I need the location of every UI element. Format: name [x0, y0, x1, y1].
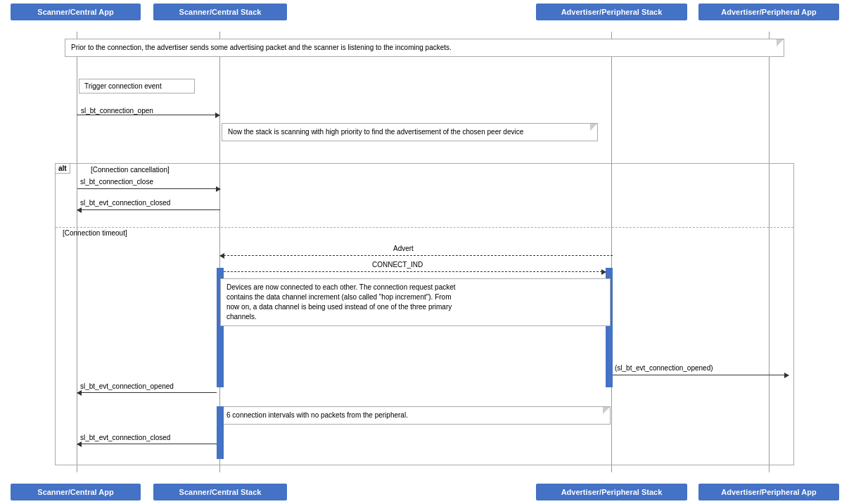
- actor-scanner-central-stack-top: Scanner/Central Stack: [153, 4, 287, 20]
- msg-sl-bt-connection-open: [77, 115, 219, 115]
- actor-scanner-central-app-bottom: Scanner/Central App: [11, 484, 141, 500]
- actor-advertiser-peripheral-stack-top: Advertiser/Peripheral Stack: [536, 4, 687, 20]
- label-connect-ind: CONNECT_IND: [372, 261, 423, 269]
- actor-scanner-central-app-top: Scanner/Central App: [11, 4, 141, 20]
- alt-condition-2: [Connection timeout]: [63, 229, 127, 237]
- actor-advertiser-peripheral-app-top: Advertiser/Peripheral App: [698, 4, 839, 20]
- trigger-box: Trigger connection event: [79, 79, 195, 93]
- top-note: Prior to the connection, the advertiser …: [65, 39, 784, 57]
- timeout-note: 6 connection intervals with no packets f…: [220, 406, 611, 425]
- actor-scanner-central-stack-bottom: Scanner/Central Stack: [153, 484, 287, 500]
- label-sl-bt-evt-connection-opened-right: (sl_bt_evt_connection_opened): [615, 364, 713, 372]
- label-advert: Advert: [393, 245, 414, 252]
- alt-divider: [56, 227, 793, 228]
- alt-label: alt: [56, 164, 70, 174]
- label-sl-bt-evt-connection-opened: sl_bt_evt_connection_opened: [80, 382, 174, 390]
- alt-condition-1: [Connection cancellation]: [91, 166, 170, 174]
- msg-advert: [220, 255, 613, 256]
- actor-advertiser-peripheral-stack-bottom: Advertiser/Peripheral Stack: [536, 484, 687, 500]
- actor-advertiser-peripheral-app-bottom: Advertiser/Peripheral App: [698, 484, 839, 500]
- msg-connect-ind: [224, 271, 606, 272]
- alt-frame: alt [Connection cancellation] sl_bt_conn…: [55, 163, 794, 465]
- msg-sl-bt-evt-connection-opened: [77, 392, 217, 393]
- sequence-diagram: Scanner/Central App Scanner/Central Stac…: [0, 0, 849, 504]
- label-sl-bt-connection-open: sl_bt_connection_open: [81, 107, 153, 115]
- label-sl-bt-evt-connection-closed-2: sl_bt_evt_connection_closed: [80, 434, 170, 441]
- connect-note: Devices are now connected to each other.…: [220, 278, 611, 326]
- label-sl-bt-connection-close: sl_bt_connection_close: [80, 178, 153, 186]
- activation-central-stack-2: [217, 406, 224, 459]
- scan-note: Now the stack is scanning with high prio…: [222, 123, 598, 141]
- msg-sl-bt-evt-connection-closed-2: [77, 444, 217, 444]
- msg-sl-bt-evt-connection-opened-right: [613, 375, 789, 375]
- label-sl-bt-evt-connection-closed-1: sl_bt_evt_connection_closed: [80, 199, 170, 207]
- msg-sl-bt-evt-connection-closed-1: [77, 209, 220, 210]
- msg-sl-bt-connection-close: [77, 188, 220, 189]
